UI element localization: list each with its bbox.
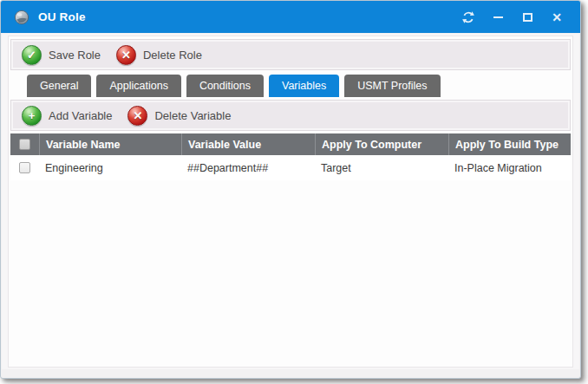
window-body: ✓ Save Role ✕ Delete Role General Applic…: [2, 34, 579, 369]
column-header-variable-value[interactable]: Variable Value: [181, 133, 315, 155]
table-header: Variable Name Variable Value Apply To Co…: [10, 133, 571, 155]
variables-table: Variable Name Variable Value Apply To Co…: [10, 133, 571, 180]
window-title: OU Role: [38, 10, 450, 23]
delete-x-icon: ✕: [116, 45, 136, 65]
select-all-checkbox-cell: [10, 133, 39, 155]
save-role-label: Save Role: [49, 49, 101, 62]
save-check-icon: ✓: [22, 45, 42, 65]
tab-applications[interactable]: Applications: [96, 75, 180, 97]
row-checkbox[interactable]: [19, 162, 30, 173]
variable-toolbar: + Add Variable ✕ Delete Variable: [10, 100, 571, 131]
save-role-button[interactable]: ✓ Save Role: [22, 45, 101, 65]
table-row[interactable]: Engineering ##Department## Target In-Pla…: [10, 155, 571, 180]
tab-conditions[interactable]: Conditions: [186, 75, 264, 97]
close-icon: ✕: [552, 11, 562, 23]
minimize-button[interactable]: [487, 7, 509, 28]
tab-variables[interactable]: Variables: [269, 75, 339, 97]
column-header-variable-name[interactable]: Variable Name: [39, 133, 181, 155]
cell-variable-value: ##Department##: [181, 162, 315, 174]
column-header-apply-to-computer[interactable]: Apply To Computer: [315, 133, 448, 155]
select-all-checkbox[interactable]: [19, 139, 30, 150]
app-icon: [14, 10, 29, 25]
delete-role-button[interactable]: ✕ Delete Role: [116, 45, 202, 65]
minimize-icon: [493, 16, 503, 18]
cell-apply-to-build-type: In-Place Migration: [448, 162, 571, 174]
maximize-button[interactable]: [516, 7, 539, 28]
delete-variable-button[interactable]: ✕ Delete Variable: [127, 106, 231, 126]
close-button[interactable]: ✕: [546, 7, 568, 28]
delete-variable-label: Delete Variable: [154, 109, 231, 122]
row-checkbox-cell: [10, 162, 39, 173]
tab-general[interactable]: General: [27, 75, 91, 97]
ou-role-window: OU Role ✕: [0, 0, 581, 379]
tab-bar: General Applications Conditions Variable…: [27, 75, 572, 97]
cell-apply-to-computer: Target: [315, 162, 448, 174]
delete-variable-x-icon: ✕: [127, 106, 147, 126]
add-plus-icon: +: [22, 106, 42, 126]
maximize-icon: [523, 13, 532, 22]
window-controls: ✕: [450, 7, 568, 28]
cell-variable-name: Engineering: [39, 162, 181, 174]
column-header-apply-to-build-type[interactable]: Apply To Build Type: [448, 133, 571, 155]
add-variable-label: Add Variable: [49, 109, 112, 122]
refresh-icon: [461, 10, 475, 24]
delete-role-label: Delete Role: [143, 49, 202, 62]
titlebar: OU Role ✕: [1, 1, 580, 33]
refresh-button[interactable]: [457, 7, 480, 28]
role-toolbar: ✓ Save Role ✕ Delete Role: [10, 39, 571, 70]
content-panel: ✓ Save Role ✕ Delete Role General Applic…: [8, 36, 573, 368]
add-variable-button[interactable]: + Add Variable: [22, 106, 112, 126]
tab-usmt-profiles[interactable]: USMT Profiles: [344, 75, 440, 97]
